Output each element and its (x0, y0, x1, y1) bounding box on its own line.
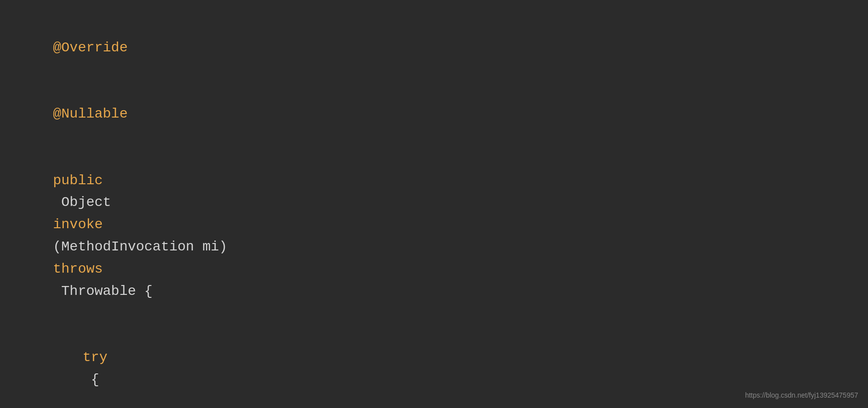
annotation-nullable: @Nullable (53, 106, 127, 122)
annotation-override: @Override (53, 40, 127, 55)
keyword-public: public (53, 173, 103, 188)
watermark: https://blog.csdn.net/fyj13925475957 (745, 390, 858, 401)
method-params: (MethodInvocation mi) (53, 239, 236, 254)
line-method-signature: public Object invoke (MethodInvocation m… (20, 148, 848, 325)
return-type: Object (53, 195, 119, 210)
line-annotation2: @Nullable (20, 81, 848, 147)
line-try: try { (20, 325, 848, 408)
method-name: invoke (53, 217, 103, 232)
keyword-throws: throws (53, 261, 103, 277)
try-brace: { (83, 372, 99, 387)
throws-type: Throwable { (53, 284, 153, 299)
line-annotation1: @Override (20, 15, 848, 81)
keyword-try: try (83, 350, 107, 365)
code-editor: @Override @Nullable public Object invoke… (0, 0, 868, 408)
